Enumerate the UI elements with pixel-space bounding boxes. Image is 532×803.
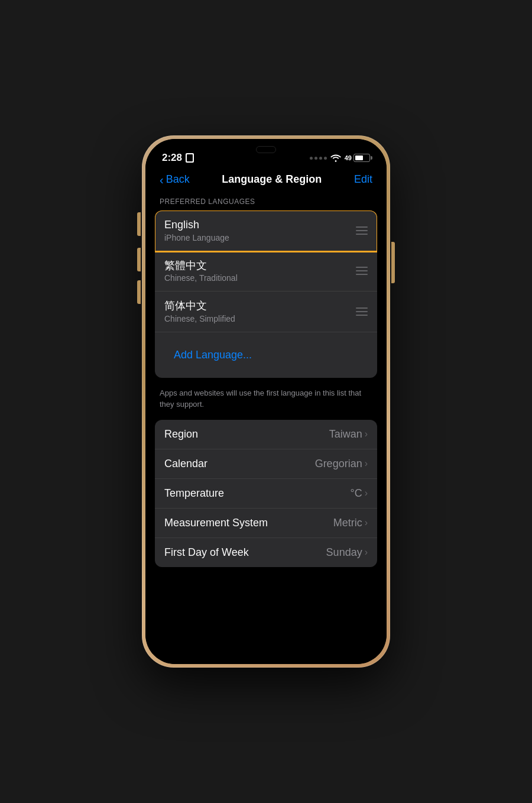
languages-list: English iPhone Language 繁體中文 <box>155 211 377 378</box>
temperature-value-container: °C › <box>350 487 368 500</box>
phone-screen: 2:28 <box>145 139 387 664</box>
back-chevron-icon: ‹ <box>160 174 164 186</box>
add-language-item[interactable]: Add Language... <box>155 332 377 378</box>
calendar-label: Calendar <box>164 458 207 470</box>
language-title-simplified: 简体中文 <box>164 300 349 313</box>
battery-percentage: 49 <box>345 154 352 161</box>
footer-note: Apps and websites will use the first lan… <box>155 383 377 420</box>
measurement-chevron-icon: › <box>365 517 368 528</box>
settings-item-calendar[interactable]: Calendar Gregorian › <box>155 449 377 479</box>
measurement-label: Measurement System <box>164 517 268 529</box>
language-subtitle-simplified: Chinese, Simplified <box>164 314 349 323</box>
drag-handle-traditional[interactable] <box>356 267 368 275</box>
phone-frame: 2:28 <box>142 135 390 668</box>
drag-handle-simplified[interactable] <box>356 307 368 316</box>
back-button[interactable]: ‹ Back <box>160 173 190 186</box>
wifi-icon <box>330 154 341 162</box>
section-label-preferred-languages: PREFERRED LANGUAGES <box>155 197 377 206</box>
first-day-label: First Day of Week <box>164 546 249 559</box>
screen-content: 2:28 <box>145 139 387 664</box>
status-right: 49 <box>310 154 370 162</box>
region-label: Region <box>164 428 198 441</box>
add-language-button[interactable]: Add Language... <box>164 341 261 370</box>
list-item-simplified-chinese[interactable]: 简体中文 Chinese, Simplified <box>155 292 377 332</box>
language-subtitle-english: iPhone Language <box>164 233 349 242</box>
edit-button[interactable]: Edit <box>354 173 372 186</box>
status-bar: 2:28 <box>145 139 387 169</box>
signal-icon <box>310 157 327 160</box>
dynamic-island <box>256 146 276 153</box>
settings-item-first-day[interactable]: First Day of Week Sunday › <box>155 538 377 567</box>
region-value-container: Taiwan › <box>329 428 368 441</box>
time-display: 2:28 <box>162 152 182 164</box>
nav-bar: ‹ Back Language & Region Edit <box>145 169 387 193</box>
language-item-content-simplified: 简体中文 Chinese, Simplified <box>164 300 349 323</box>
language-item-content-traditional: 繁體中文 Chinese, Traditional <box>164 260 349 283</box>
scroll-content[interactable]: PREFERRED LANGUAGES English iPhone Langu… <box>145 193 387 664</box>
calendar-value-container: Gregorian › <box>315 458 368 470</box>
settings-item-temperature[interactable]: Temperature °C › <box>155 479 377 509</box>
battery-icon <box>353 154 370 162</box>
temperature-label: Temperature <box>164 487 224 500</box>
settings-item-measurement[interactable]: Measurement System Metric › <box>155 509 377 538</box>
temperature-value: °C <box>350 487 362 500</box>
language-item-content-english: English iPhone Language <box>164 219 349 242</box>
back-label: Back <box>166 173 190 186</box>
list-item-english[interactable]: English iPhone Language <box>155 211 377 251</box>
calendar-value: Gregorian <box>315 458 362 470</box>
drag-handle-english[interactable] <box>356 226 368 235</box>
region-value: Taiwan <box>329 428 362 441</box>
first-day-chevron-icon: › <box>365 547 368 558</box>
measurement-value-container: Metric › <box>333 517 368 529</box>
language-title-traditional: 繁體中文 <box>164 260 349 273</box>
temperature-chevron-icon: › <box>365 488 368 498</box>
language-title-english: English <box>164 219 349 232</box>
first-day-value: Sunday <box>326 546 362 559</box>
status-time: 2:28 <box>162 152 194 164</box>
region-chevron-icon: › <box>365 429 368 439</box>
language-subtitle-traditional: Chinese, Traditional <box>164 273 349 283</box>
status-icon <box>186 153 194 163</box>
list-item-traditional-chinese[interactable]: 繁體中文 Chinese, Traditional <box>155 251 377 292</box>
settings-group: Region Taiwan › Calendar Gregorian › <box>155 420 377 567</box>
settings-item-region[interactable]: Region Taiwan › <box>155 420 377 449</box>
page-title: Language & Region <box>222 173 322 186</box>
first-day-value-container: Sunday › <box>326 546 368 559</box>
measurement-value: Metric <box>333 517 362 529</box>
battery-indicator: 49 <box>345 154 370 162</box>
calendar-chevron-icon: › <box>365 458 368 469</box>
